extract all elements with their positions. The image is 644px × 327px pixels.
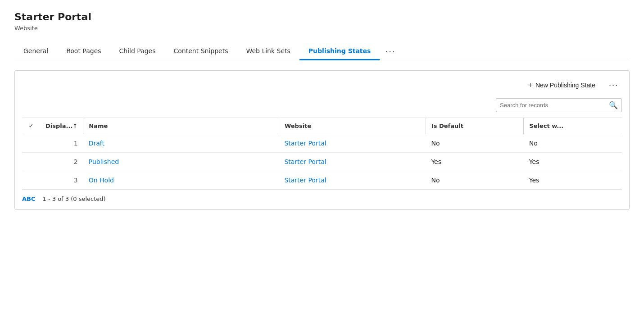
table-row: 1 Draft Starter Portal No No [22,134,622,152]
row-select-w: No [524,134,622,152]
new-publishing-state-button[interactable]: + New Publishing State [523,78,600,93]
row-check[interactable] [22,171,40,189]
row-website[interactable]: Starter Portal [279,152,426,171]
table-footer: ABC 1 - 3 of 3 (0 selected) [22,190,622,202]
search-box: 🔍 [496,98,622,112]
row-display-num: 2 [40,152,83,171]
search-input[interactable] [500,102,609,109]
col-is-default[interactable]: Is Default [426,118,523,134]
row-website[interactable]: Starter Portal [279,134,426,152]
search-icon-button[interactable]: 🔍 [609,101,618,109]
abc-filter[interactable]: ABC [22,195,36,202]
tab-general[interactable]: General [14,43,57,60]
page-title: Starter Portal Website [14,11,630,32]
row-select-w: Yes [524,171,622,189]
tab-publishing-states[interactable]: Publishing States [299,43,380,60]
col-check: ✓ [22,118,40,134]
row-is-default: Yes [426,152,523,171]
new-button-label: New Publishing State [535,82,595,89]
record-count: 1 - 3 of 3 (0 selected) [43,195,106,202]
row-name[interactable]: On Hold [83,171,279,189]
panel-more-button[interactable]: ··· [605,79,622,92]
row-check[interactable] [22,152,40,171]
col-select-w[interactable]: Select w... [524,118,622,134]
row-is-default: No [426,134,523,152]
tab-root-pages[interactable]: Root Pages [57,43,110,60]
search-icon: 🔍 [609,101,618,109]
row-name[interactable]: Published [83,152,279,171]
row-name[interactable]: Draft [83,134,279,152]
row-check[interactable] [22,134,40,152]
row-select-w: Yes [524,152,622,171]
table-row: 2 Published Starter Portal Yes Yes [22,152,622,171]
tab-more-button[interactable]: ··· [380,42,401,61]
panel-toolbar: + New Publishing State ··· [22,78,622,98]
row-is-default: No [426,171,523,189]
col-display[interactable]: Displa...↑ [40,118,83,134]
row-display-num: 3 [40,171,83,189]
row-display-num: 1 [40,134,83,152]
table-row: 3 On Hold Starter Portal No Yes [22,171,622,189]
publishing-states-panel: + New Publishing State ··· 🔍 ✓ Displa...… [14,70,630,210]
row-website[interactable]: Starter Portal [279,171,426,189]
search-row: 🔍 [22,98,622,118]
publishing-states-table: ✓ Displa...↑ Name Website Is Default Sel… [22,118,622,190]
tab-web-link-sets[interactable]: Web Link Sets [237,43,299,60]
col-name[interactable]: Name [83,118,279,134]
col-website[interactable]: Website [279,118,426,134]
tab-content-snippets[interactable]: Content Snippets [165,43,237,60]
plus-icon: + [528,81,533,90]
tab-child-pages[interactable]: Child Pages [110,43,165,60]
tab-bar: General Root Pages Child Pages Content S… [14,42,630,61]
